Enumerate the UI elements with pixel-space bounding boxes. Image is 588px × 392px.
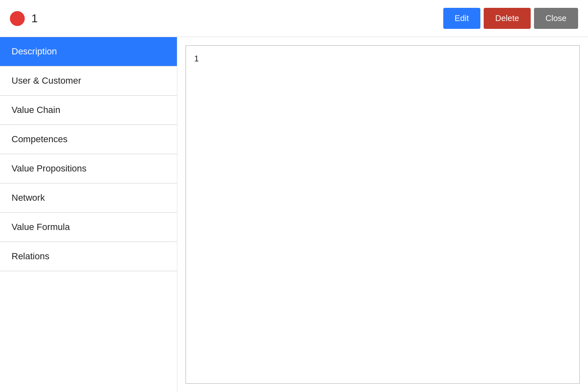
main-layout: DescriptionUser & CustomerValue ChainCom…: [0, 37, 588, 392]
delete-button[interactable]: Delete: [484, 8, 531, 29]
page-title: 1: [31, 12, 38, 25]
content-text: 1: [194, 54, 199, 63]
content-box: 1: [186, 45, 580, 384]
sidebar-item-value-chain[interactable]: Value Chain: [0, 96, 177, 125]
sidebar-item-value-propositions[interactable]: Value Propositions: [0, 154, 177, 183]
header-left: 1: [10, 11, 38, 26]
content-area: 1: [177, 37, 588, 392]
sidebar: DescriptionUser & CustomerValue ChainCom…: [0, 37, 177, 392]
sidebar-item-competences[interactable]: Competences: [0, 125, 177, 154]
sidebar-item-relations[interactable]: Relations: [0, 242, 177, 271]
edit-button[interactable]: Edit: [443, 8, 480, 29]
header-buttons: Edit Delete Close: [443, 8, 578, 29]
sidebar-item-description[interactable]: Description: [0, 37, 177, 66]
record-indicator-icon: [10, 11, 25, 26]
sidebar-item-network[interactable]: Network: [0, 183, 177, 213]
sidebar-item-value-formula[interactable]: Value Formula: [0, 213, 177, 242]
sidebar-item-user-customer[interactable]: User & Customer: [0, 66, 177, 96]
close-button[interactable]: Close: [534, 8, 578, 29]
header: 1 Edit Delete Close: [0, 0, 588, 37]
